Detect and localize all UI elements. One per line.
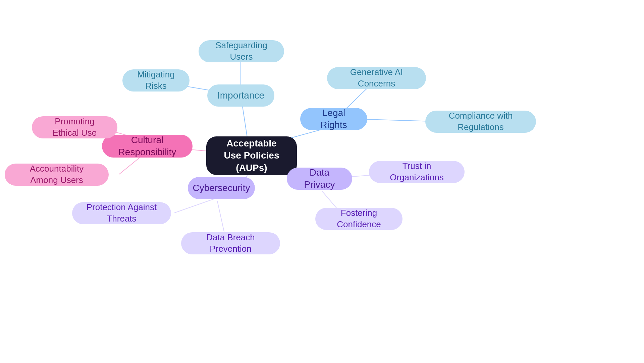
importance-node: Importance — [207, 84, 274, 107]
center-node: Acceptable Use Policies (AUPs) — [206, 136, 297, 175]
promoting-node: Promoting Ethical Use — [32, 116, 117, 138]
mitigating-node: Mitigating Risks — [122, 69, 190, 92]
protection-node: Protection Against Threats — [72, 202, 171, 224]
safeguarding-node: Safeguarding Users — [199, 40, 284, 62]
compliance-node: Compliance with Regulations — [425, 111, 536, 133]
cybersecurity-node: Cybersecurity — [188, 177, 255, 199]
data-privacy-node: Data Privacy — [287, 168, 352, 190]
svg-line-10 — [174, 198, 217, 213]
trust-node: Trust in Organizations — [369, 161, 465, 183]
legal-rights-node: Legal Rights — [300, 108, 367, 130]
gen-ai-node: Generative AI Concerns — [327, 67, 426, 89]
accountability-node: Accountability Among Users — [5, 164, 109, 186]
fostering-node: Fostering Confidence — [315, 208, 402, 230]
svg-line-11 — [217, 201, 225, 235]
data-breach-node: Data Breach Prevention — [181, 232, 280, 254]
cultural-node: Cultural Responsibility — [102, 135, 193, 158]
